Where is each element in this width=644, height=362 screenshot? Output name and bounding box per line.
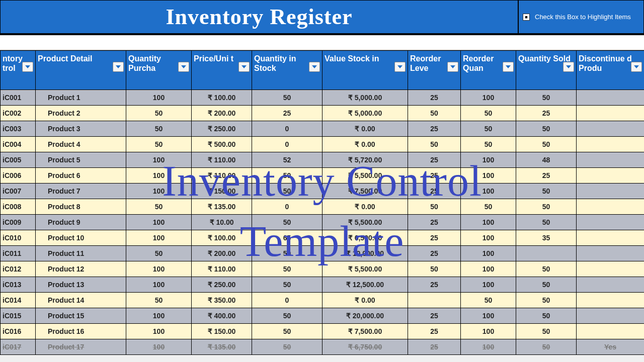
cell[interactable]: 0 [252,121,323,137]
cell[interactable]: 100 [126,168,192,184]
filter-dropdown-icon[interactable] [563,62,574,72]
cell[interactable]: 100 [461,339,516,355]
cell[interactable]: Product 16 [36,324,126,339]
cell[interactable]: 50 [408,106,461,121]
cell[interactable]: ₹ 150.00 [192,324,252,339]
cell[interactable]: 50 [126,246,192,261]
cell[interactable]: 50 [461,199,516,215]
cell[interactable]: iC015 [1,308,36,324]
cell[interactable]: 25 [408,277,461,293]
cell[interactable]: ₹ 6,500.00 [323,230,408,246]
cell[interactable]: 50 [252,184,323,199]
table-row[interactable]: iC012Product 12100₹ 110.0050₹ 5,500.0050… [1,261,645,277]
column-header[interactable]: Reorder Quan [461,51,516,90]
cell[interactable]: 25 [408,168,461,184]
cell[interactable]: ₹ 0.00 [323,199,408,215]
cell[interactable]: 50 [252,261,323,277]
cell[interactable]: ₹ 0.00 [323,121,408,137]
cell[interactable]: 48 [516,152,577,168]
cell[interactable]: 50 [461,137,516,152]
cell[interactable]: ₹ 7,500.00 [323,184,408,199]
cell[interactable]: 0 [252,293,323,308]
cell[interactable] [577,106,645,121]
table-row[interactable]: iC017Product 17100₹ 135.0050₹ 6,750.0025… [1,339,645,355]
cell[interactable]: 52 [252,152,323,168]
cell[interactable]: 50 [252,168,323,184]
cell[interactable] [577,168,645,184]
cell[interactable]: Product 5 [36,152,126,168]
cell[interactable]: 0 [252,199,323,215]
cell[interactable]: 50 [516,261,577,277]
cell[interactable]: iC012 [1,261,36,277]
cell[interactable]: ₹ 135.00 [192,199,252,215]
cell[interactable]: 100 [461,184,516,199]
cell[interactable] [577,293,645,308]
cell[interactable]: 50 [516,308,577,324]
cell[interactable]: 50 [252,246,323,261]
cell[interactable]: 50 [461,293,516,308]
cell[interactable] [577,199,645,215]
table-row[interactable]: iC011Product 1150₹ 200.0050₹ 10,000.0025… [1,246,645,261]
cell[interactable]: 100 [126,90,192,106]
cell[interactable]: 50 [408,261,461,277]
cell[interactable]: 50 [516,199,577,215]
cell[interactable]: Product 14 [36,293,126,308]
cell[interactable]: 50 [408,199,461,215]
cell[interactable]: iC014 [1,293,36,308]
cell[interactable] [577,137,645,152]
filter-dropdown-icon[interactable] [22,62,33,72]
cell[interactable]: ₹ 6,750.00 [323,339,408,355]
table-row[interactable]: iC010Product 10100₹ 100.0065₹ 6,500.0025… [1,230,645,246]
cell[interactable]: iC009 [1,215,36,230]
cell[interactable]: 100 [461,261,516,277]
column-header[interactable]: Reorder Leve [408,51,461,90]
cell[interactable]: 25 [516,106,577,121]
table-row[interactable]: iC001Product 1100₹ 100.0050₹ 5,000.00251… [1,90,645,106]
cell[interactable]: ₹ 200.00 [192,106,252,121]
cell[interactable]: 25 [408,230,461,246]
cell[interactable]: ₹ 250.00 [192,277,252,293]
cell[interactable]: 100 [126,230,192,246]
cell[interactable]: 50 [516,339,577,355]
cell[interactable]: ₹ 10,000.00 [323,246,408,261]
cell[interactable]: Product 1 [36,90,126,106]
cell[interactable]: 100 [461,324,516,339]
cell[interactable]: 100 [461,90,516,106]
cell[interactable]: 100 [126,277,192,293]
column-header[interactable]: Value Stock in [323,51,408,90]
cell[interactable]: 50 [126,137,192,152]
cell[interactable]: Product 11 [36,246,126,261]
table-row[interactable]: iC007Product 7100₹ 150.0050₹ 7,500.00251… [1,184,645,199]
cell[interactable]: 100 [461,308,516,324]
cell[interactable]: iC016 [1,324,36,339]
table-row[interactable]: iC003Product 350₹ 250.000₹ 0.00255050 [1,121,645,137]
cell[interactable]: 50 [252,215,323,230]
cell[interactable]: 100 [461,277,516,293]
table-row[interactable]: iC006Product 6100₹ 110.0050₹ 5,500.00251… [1,168,645,184]
cell[interactable] [577,215,645,230]
cell[interactable]: ₹ 7,500.00 [323,324,408,339]
highlight-checkbox[interactable]: ■ [523,14,530,21]
cell[interactable]: ₹ 12,500.00 [323,277,408,293]
cell[interactable]: iC002 [1,106,36,121]
cell[interactable] [577,261,645,277]
cell[interactable]: Product 7 [36,184,126,199]
cell[interactable]: ₹ 135.00 [192,339,252,355]
cell[interactable]: ₹ 5,500.00 [323,261,408,277]
cell[interactable]: 50 [408,137,461,152]
cell[interactable]: ₹ 350.00 [192,293,252,308]
cell[interactable]: 50 [516,121,577,137]
cell[interactable]: Product 3 [36,121,126,137]
cell[interactable]: ₹ 5,500.00 [323,168,408,184]
cell[interactable] [516,246,577,261]
cell[interactable]: 50 [126,293,192,308]
table-row[interactable]: iC005Product 5100₹ 110.0052₹ 5,720.00251… [1,152,645,168]
cell[interactable]: ₹ 5,500.00 [323,215,408,230]
cell[interactable]: Product 15 [36,308,126,324]
cell[interactable] [577,277,645,293]
filter-dropdown-icon[interactable] [447,62,458,72]
cell[interactable]: 50 [516,293,577,308]
filter-dropdown-icon[interactable] [503,62,514,72]
cell[interactable]: ₹ 20,000.00 [323,308,408,324]
cell[interactable]: ₹ 250.00 [192,121,252,137]
